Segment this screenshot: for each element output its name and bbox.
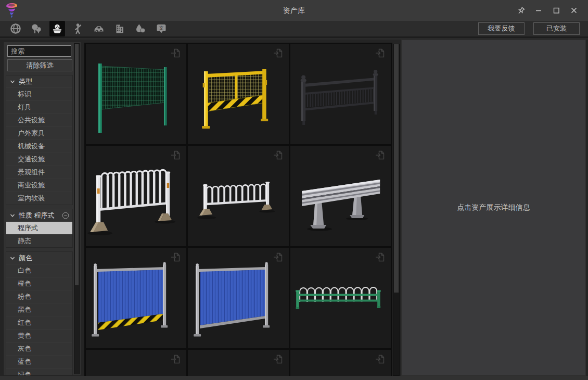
toolbar-tab-vehicle[interactable] — [91, 21, 107, 36]
asset-tile[interactable] — [290, 248, 391, 348]
minimize-icon — [534, 6, 543, 15]
import-icon — [375, 149, 386, 161]
asset-tile[interactable] — [86, 146, 186, 246]
asset-tile[interactable] — [86, 350, 186, 376]
import-asset-button[interactable] — [273, 149, 284, 161]
filter-item[interactable]: 标识 — [6, 87, 72, 100]
clear-filters-button[interactable]: 清除筛选 — [7, 59, 72, 71]
filter-item[interactable]: 红色 — [6, 316, 72, 329]
maximize-icon — [552, 6, 560, 15]
import-icon — [273, 47, 284, 59]
filter-item[interactable]: 机械设备 — [6, 140, 72, 153]
import-asset-button[interactable] — [273, 353, 284, 365]
chevron-down-icon — [10, 79, 15, 84]
import-asset-button[interactable] — [273, 47, 284, 59]
filter-section-title: 类型 — [19, 77, 32, 86]
window-title: 资产库 — [0, 0, 588, 21]
import-icon — [375, 353, 386, 365]
detail-panel: 点击资产展示详细信息 — [401, 40, 586, 376]
asset-tile[interactable] — [188, 146, 288, 246]
asset-tile[interactable] — [188, 248, 288, 348]
main-area: 清除筛选 类型标识灯具公共设施户外家具机械设备交通设施景观组件商业设施室内软装性… — [0, 40, 588, 376]
import-icon — [273, 251, 284, 263]
filter-section-header[interactable]: 颜色 — [6, 252, 72, 264]
filter-item[interactable]: 黄色 — [6, 329, 72, 342]
filter-section-header[interactable]: 类型 — [6, 75, 72, 87]
toolbar-tab-vegetation[interactable] — [29, 21, 44, 36]
filter-item[interactable]: 公共设施 — [6, 113, 72, 126]
import-icon — [170, 149, 182, 161]
feedback-button[interactable]: 我要反馈 — [478, 22, 525, 35]
chevron-down-icon — [10, 256, 15, 261]
import-asset-button[interactable] — [375, 149, 386, 161]
asset-tile[interactable] — [290, 44, 391, 144]
scrollbar-thumb[interactable] — [75, 44, 79, 285]
asset-grid — [86, 44, 391, 376]
maximize-button[interactable] — [547, 3, 565, 18]
sidebar-scrollbar[interactable] — [74, 43, 80, 374]
vegetation-icon — [30, 22, 43, 35]
asset-tile[interactable] — [188, 44, 288, 144]
detail-placeholder: 点击资产展示详细信息 — [457, 203, 530, 212]
filter-item[interactable]: 交通设施 — [6, 153, 72, 166]
filter-item[interactable]: 商业设施 — [6, 179, 72, 192]
filter-item[interactable]: 灰色 — [6, 342, 72, 355]
globe-icon — [9, 22, 22, 35]
import-asset-button[interactable] — [170, 251, 182, 263]
toolbar-buttons: 我要反馈 已安装 — [478, 22, 580, 35]
asset-tile[interactable] — [188, 350, 288, 376]
import-asset-button[interactable] — [170, 47, 182, 59]
close-icon — [570, 6, 578, 15]
import-asset-button[interactable] — [170, 149, 182, 161]
grid-scrollbar[interactable] — [393, 44, 400, 376]
remove-filter-icon[interactable] — [62, 212, 69, 219]
filter-item[interactable]: 室内软装 — [6, 192, 72, 205]
minimize-button[interactable] — [530, 3, 547, 18]
chevron-down-icon — [10, 213, 15, 218]
filter-item[interactable]: 橙色 — [6, 277, 72, 290]
filter-item[interactable]: 灯具 — [6, 100, 72, 113]
search-input[interactable] — [7, 45, 71, 57]
filter-item[interactable]: 景观组件 — [6, 166, 72, 179]
filter-section: 类型标识灯具公共设施户外家具机械设备交通设施景观组件商业设施室内软装 — [6, 75, 73, 205]
asset-tile[interactable] — [290, 146, 391, 246]
import-icon — [170, 251, 182, 263]
filter-item[interactable]: 黑色 — [6, 303, 72, 316]
import-icon — [170, 47, 182, 59]
filter-section-title: 颜色 — [19, 254, 32, 263]
pin-button[interactable] — [512, 3, 530, 18]
filter-item[interactable]: 程序式 — [6, 221, 72, 234]
import-asset-button[interactable] — [375, 251, 386, 263]
toolbar-tab-building[interactable] — [112, 21, 127, 36]
import-asset-button[interactable] — [375, 47, 386, 59]
toolbar-tab-material[interactable] — [133, 21, 148, 36]
import-asset-button[interactable] — [273, 251, 284, 263]
asset-tile[interactable] — [86, 248, 186, 348]
filter-item[interactable]: 粉色 — [6, 290, 72, 303]
toolbar-tab-props[interactable] — [49, 21, 65, 36]
import-icon — [273, 149, 284, 161]
asset-tile[interactable] — [290, 350, 391, 376]
filter-section-title: 性质 程序式 — [19, 211, 55, 220]
installed-button[interactable]: 已安装 — [533, 22, 580, 35]
scrollbar-thumb[interactable] — [394, 44, 399, 293]
filter-item[interactable]: 静态 — [6, 234, 72, 247]
import-asset-button[interactable] — [170, 353, 182, 365]
filter-item[interactable]: 蓝色 — [6, 355, 72, 368]
character-icon — [72, 22, 84, 35]
toolbar-tab-character[interactable] — [70, 21, 86, 36]
filter-item[interactable]: 白色 — [6, 264, 72, 277]
asset-grid-container — [84, 43, 392, 376]
pin-icon — [517, 6, 526, 15]
import-icon — [375, 251, 386, 263]
svg-text:文: 文 — [159, 25, 164, 31]
toolbar-tab-globe[interactable] — [8, 21, 23, 36]
filter-section: 颜色白色橙色粉色黑色红色黄色灰色蓝色绿色紫色 — [6, 251, 73, 376]
import-asset-button[interactable] — [375, 353, 386, 365]
asset-tile[interactable] — [86, 44, 186, 144]
close-button[interactable] — [565, 3, 583, 18]
filter-item[interactable]: 绿色 — [6, 368, 72, 376]
toolbar-tab-decal[interactable]: 文 — [154, 21, 169, 36]
filter-section-header[interactable]: 性质 程序式 — [6, 209, 72, 221]
filter-item[interactable]: 户外家具 — [6, 126, 72, 140]
